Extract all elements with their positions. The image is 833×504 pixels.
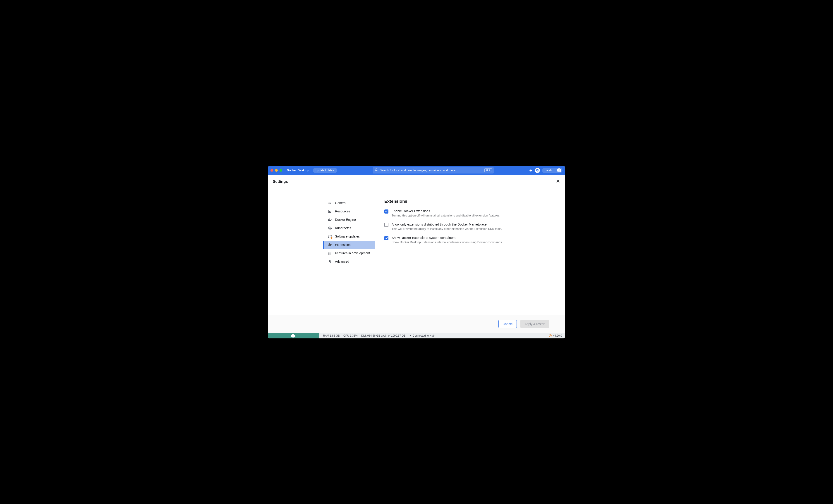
svg-rect-33: [294, 335, 295, 336]
update-button[interactable]: Update to latest: [313, 168, 337, 173]
cancel-button[interactable]: Cancel: [498, 320, 517, 328]
status-version-area[interactable]: v4.20.0: [549, 334, 565, 337]
checkmark-icon: [385, 236, 388, 240]
svg-point-6: [329, 211, 330, 212]
footer-actions: Cancel Apply & restart: [268, 315, 565, 333]
option-label: Enable Docker Extensions: [391, 209, 500, 213]
update-badge-icon: [331, 237, 333, 239]
sidebar-label: General: [335, 201, 346, 205]
option-label: Show Docker Extensions system containers: [391, 236, 503, 240]
svg-rect-27: [329, 254, 329, 254]
svg-rect-35: [293, 334, 294, 335]
svg-line-20: [329, 227, 330, 228]
settings-icon[interactable]: [535, 168, 540, 173]
status-ram: RAM 1.83 GB: [323, 334, 340, 337]
status-cpu: CPU 1.38%: [343, 334, 358, 337]
svg-rect-25: [329, 253, 330, 253]
sidebar-item-docker-engine[interactable]: Docker Engine: [323, 216, 375, 224]
bug-icon[interactable]: [529, 169, 532, 172]
sidebar-label: Resources: [335, 209, 350, 213]
svg-line-15: [330, 227, 331, 228]
sidebar-label: Advanced: [335, 260, 349, 263]
option-desc: This will prevent the ability to install…: [391, 227, 502, 230]
window-minimize-button[interactable]: [275, 169, 278, 172]
svg-rect-26: [331, 253, 331, 253]
svg-rect-23: [331, 252, 331, 252]
kubernetes-icon: [328, 226, 332, 230]
search-icon: [375, 168, 378, 172]
svg-rect-7: [328, 219, 329, 220]
checkbox-show-containers[interactable]: [384, 236, 388, 240]
svg-rect-8: [329, 219, 329, 220]
plug-icon: [409, 334, 412, 337]
update-icon: [328, 234, 332, 238]
search-placeholder: Search for local and remote images, cont…: [380, 169, 483, 172]
sidebar-label: Extensions: [335, 243, 350, 247]
info-icon: [549, 334, 552, 337]
svg-rect-31: [292, 335, 293, 336]
sidebar-item-kubernetes[interactable]: Kubernetes: [323, 224, 375, 232]
header-icons: harshc…: [529, 168, 563, 173]
sidebar-item-advanced[interactable]: Advanced: [323, 257, 375, 266]
window-maximize-button[interactable]: [280, 169, 282, 172]
sidebar-label: Features in development: [335, 251, 370, 255]
window-close-button[interactable]: [270, 169, 273, 172]
gears-icon: [328, 260, 332, 263]
option-marketplace-only: Allow only extensions distributed throug…: [384, 223, 556, 230]
user-menu[interactable]: harshc…: [542, 168, 563, 173]
avatar-icon: [557, 168, 561, 172]
svg-rect-29: [331, 254, 331, 254]
search-container: Search for local and remote images, cont…: [339, 167, 527, 174]
sidebar-label: Software updates: [335, 234, 360, 238]
main-panel: Extensions Enable Docker Extensions Turn…: [375, 189, 565, 315]
section-title: Extensions: [384, 199, 556, 204]
option-label: Allow only extensions distributed throug…: [391, 223, 502, 226]
grid-icon: [328, 252, 332, 255]
checkbox-enable-extensions[interactable]: [384, 209, 388, 213]
sliders-icon: [328, 201, 332, 205]
svg-rect-22: [329, 252, 330, 252]
svg-rect-32: [293, 335, 294, 336]
apply-restart-button: Apply & restart: [520, 320, 549, 328]
svg-point-2: [558, 170, 560, 170]
svg-rect-34: [292, 334, 293, 335]
svg-rect-9: [330, 219, 330, 220]
sidebar-item-software-updates[interactable]: Software updates: [323, 232, 375, 241]
sidebar-item-extensions[interactable]: Extensions: [323, 241, 375, 249]
sidebar-label: Kubernetes: [335, 226, 351, 230]
svg-rect-10: [329, 219, 329, 219]
settings-header: Settings: [268, 175, 565, 189]
username: harshc…: [545, 169, 556, 172]
svg-rect-21: [329, 252, 329, 252]
svg-line-1: [377, 170, 378, 171]
search-input[interactable]: Search for local and remote images, cont…: [373, 167, 494, 174]
option-show-containers: Show Docker Extensions system containers…: [384, 236, 556, 244]
svg-rect-30: [291, 335, 292, 336]
checkmark-icon: [385, 210, 388, 213]
sidebar-item-features-dev[interactable]: Features in development: [323, 249, 375, 257]
status-hub: Connected to Hub: [413, 334, 435, 337]
svg-rect-28: [329, 254, 330, 254]
svg-line-17: [330, 228, 330, 229]
svg-rect-11: [330, 219, 330, 219]
sidebar-item-general[interactable]: General: [323, 199, 375, 207]
app-window: Docker Desktop Update to latest Search f…: [268, 166, 565, 338]
puzzle-icon: [328, 243, 332, 247]
resources-icon: [328, 209, 332, 213]
option-enable-extensions: Enable Docker Extensions Turning this op…: [384, 209, 556, 217]
status-disk: Disk 984.56 GB avail. of 1090.37 GB: [361, 334, 406, 337]
whale-icon: [328, 218, 332, 221]
close-button[interactable]: [556, 179, 560, 184]
option-desc: Show Docker Desktop Extensions internal …: [391, 241, 503, 244]
sidebar: General Resources Docker Engine: [268, 189, 375, 315]
app-title: Docker Desktop: [287, 169, 309, 172]
docker-status-icon[interactable]: [268, 333, 319, 338]
sidebar-label: Docker Engine: [335, 218, 356, 222]
titlebar: Docker Desktop Update to latest Search f…: [268, 166, 565, 175]
svg-point-0: [375, 169, 377, 171]
content: General Resources Docker Engine: [268, 189, 565, 315]
sidebar-item-resources[interactable]: Resources: [323, 207, 375, 216]
checkbox-marketplace-only[interactable]: [384, 223, 388, 227]
statusbar: RAM 1.83 GB CPU 1.38% Disk 984.56 GB ava…: [268, 333, 565, 338]
option-desc: Turning this option off will uninstall a…: [391, 214, 500, 217]
